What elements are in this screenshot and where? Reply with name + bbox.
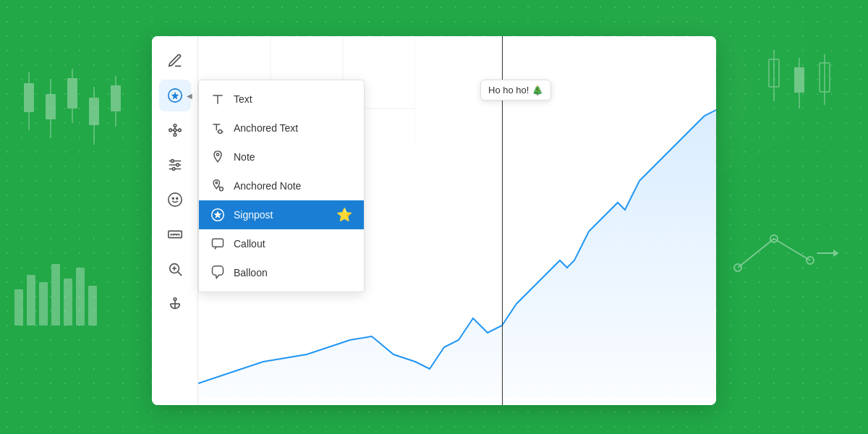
svg-point-68 — [218, 130, 222, 134]
menu-item-anchored-note[interactable]: Anchored Note — [199, 171, 364, 200]
svg-rect-11 — [27, 275, 35, 326]
svg-rect-78 — [213, 239, 224, 247]
svg-marker-77 — [214, 210, 222, 218]
sidebar-item-emoji[interactable] — [159, 184, 191, 216]
bg-candlestick-right — [760, 43, 846, 137]
menu-item-callout-label: Callout — [234, 238, 265, 250]
svg-marker-29 — [833, 250, 839, 257]
menu-item-note-label: Note — [234, 151, 255, 163]
anchored-note-icon — [210, 179, 225, 193]
menu-item-anchored-text-label: Anchored Text — [234, 122, 298, 134]
svg-point-35 — [174, 134, 176, 137]
svg-point-44 — [176, 163, 179, 166]
svg-point-72 — [216, 153, 218, 156]
magnify-icon — [167, 261, 183, 277]
bg-candlestick-left — [14, 58, 123, 188]
text-T-icon — [210, 92, 225, 106]
sidebar-item-filters[interactable] — [159, 149, 191, 181]
svg-rect-20 — [794, 67, 804, 93]
signpost-icon — [210, 208, 225, 222]
menu-item-signpost[interactable]: Signpost ⭐ — [199, 200, 364, 229]
callout-icon — [210, 237, 225, 251]
menu-item-anchored-text[interactable]: Anchored Text — [199, 114, 364, 142]
menu-item-text-label: Text — [234, 93, 252, 105]
collapse-arrow: ◀ — [187, 92, 192, 100]
svg-rect-3 — [46, 94, 56, 119]
sidebar-item-annotations[interactable]: ◀ — [159, 80, 191, 111]
svg-rect-16 — [88, 286, 97, 326]
menu-item-text[interactable]: Text — [199, 85, 364, 114]
ruler-icon — [167, 226, 183, 242]
sidebar-item-ruler[interactable] — [159, 218, 191, 250]
svg-point-48 — [172, 197, 174, 199]
svg-line-23 — [738, 239, 774, 268]
svg-line-24 — [774, 239, 810, 260]
nodes-icon — [167, 122, 183, 138]
menu-item-balloon-label: Balloon — [234, 267, 268, 278]
menu-item-signpost-label: Signpost — [234, 209, 273, 221]
svg-point-46 — [172, 168, 175, 171]
sidebar-item-nodes[interactable] — [159, 114, 191, 146]
bg-arrow-chart — [731, 224, 839, 282]
menu-item-anchored-note-label: Anchored Note — [234, 180, 301, 192]
anchor-icon — [167, 296, 183, 312]
svg-point-73 — [216, 182, 218, 184]
filters-icon — [167, 157, 183, 173]
svg-point-74 — [220, 187, 224, 191]
menu-item-note[interactable]: Note — [199, 142, 364, 171]
svg-point-34 — [178, 129, 181, 132]
svg-marker-31 — [171, 92, 179, 100]
svg-rect-10 — [14, 289, 23, 326]
svg-rect-1 — [24, 83, 34, 112]
svg-line-75 — [218, 186, 220, 187]
sidebar-item-magnify[interactable] — [159, 253, 191, 285]
star-circle-icon — [167, 88, 183, 103]
pen-icon — [167, 53, 183, 69]
svg-rect-5 — [67, 78, 77, 109]
svg-point-49 — [176, 197, 177, 199]
svg-point-32 — [169, 129, 171, 132]
svg-point-33 — [174, 124, 176, 127]
menu-item-callout[interactable]: Callout — [199, 229, 364, 258]
svg-point-62 — [174, 298, 176, 301]
svg-rect-15 — [76, 268, 85, 326]
svg-rect-14 — [64, 278, 72, 326]
main-panel: ◀ — [152, 36, 716, 405]
menu-item-balloon[interactable]: Balloon — [199, 258, 364, 287]
emoji-icon — [167, 192, 183, 208]
svg-rect-9 — [111, 85, 121, 111]
svg-rect-12 — [39, 282, 48, 326]
svg-rect-13 — [51, 264, 60, 326]
balloon-icon — [210, 265, 225, 280]
sidebar-item-anchor[interactable] — [159, 288, 191, 320]
svg-point-42 — [171, 160, 174, 163]
star-badge: ⭐ — [336, 207, 352, 223]
svg-rect-7 — [89, 98, 99, 125]
sidebar-item-pen[interactable] — [159, 45, 191, 77]
note-pin-icon — [210, 150, 225, 164]
anchored-text-icon — [210, 121, 225, 135]
svg-line-59 — [178, 272, 182, 276]
svg-point-47 — [168, 193, 181, 206]
svg-point-36 — [174, 129, 176, 132]
bg-bar-chart — [11, 246, 98, 333]
annotation-dropdown: Text Anchored Text — [198, 80, 365, 292]
tooltip-text: Ho ho ho! 🎄 — [488, 85, 543, 95]
sidebar: ◀ — [152, 36, 198, 405]
chart-tooltip: Ho ho ho! 🎄 — [480, 80, 551, 101]
